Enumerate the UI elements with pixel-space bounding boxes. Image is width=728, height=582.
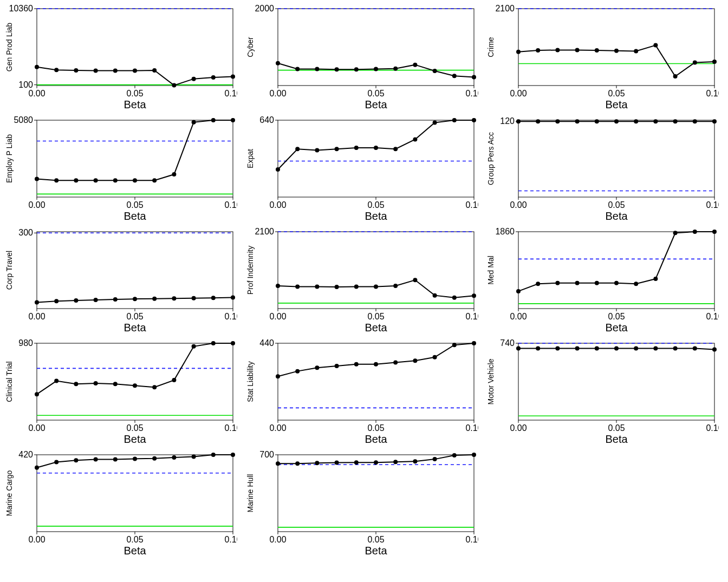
- svg-point-92: [54, 299, 58, 303]
- svg-point-183: [74, 458, 78, 462]
- x-tick-label: 0.10: [224, 200, 237, 210]
- x-tick-label: 0.05: [126, 89, 143, 98]
- panel-gen-prod-liab: 100103600.000.050.10BetaGen Prod Liab: [4, 4, 242, 113]
- svg-point-97: [152, 297, 157, 301]
- y-tick-label: 2100: [255, 227, 274, 236]
- svg-point-159: [432, 355, 437, 359]
- svg-point-196: [276, 461, 280, 466]
- svg-point-6: [152, 68, 157, 73]
- svg-point-7: [172, 83, 176, 88]
- panel-expat: 6400.000.050.10BetaExpat: [245, 116, 483, 224]
- svg-point-184: [94, 457, 98, 461]
- y-axis-label: Med Mal: [486, 256, 495, 285]
- y-axis-label: Prof Indemnity: [246, 246, 255, 295]
- svg-point-188: [172, 455, 176, 460]
- svg-point-69: [432, 120, 437, 125]
- svg-point-47: [54, 178, 58, 182]
- svg-point-35: [595, 48, 599, 53]
- svg-point-173: [654, 346, 658, 351]
- svg-point-33: [556, 48, 560, 52]
- panel-med-mal: 18600.000.050.10BetaMed Mal: [486, 227, 724, 336]
- x-axis-label: Beta: [606, 210, 628, 222]
- svg-point-181: [35, 466, 39, 470]
- svg-point-19: [334, 67, 339, 71]
- x-axis-label: Beta: [365, 322, 387, 333]
- x-tick-label: 0.00: [28, 312, 45, 321]
- svg-point-169: [575, 346, 580, 351]
- x-tick-label: 0.05: [608, 312, 625, 321]
- x-axis-label: Beta: [606, 433, 628, 445]
- svg-point-161: [472, 341, 476, 345]
- plot-frame: [278, 455, 474, 532]
- svg-point-22: [393, 67, 398, 71]
- svg-point-186: [133, 456, 137, 461]
- y-tick-label: 10360: [9, 4, 34, 13]
- svg-point-93: [74, 298, 78, 303]
- svg-point-17: [295, 67, 300, 71]
- svg-point-0: [35, 65, 39, 69]
- plot-frame: [518, 232, 714, 309]
- x-tick-label: 0.00: [510, 89, 527, 98]
- svg-point-201: [374, 460, 378, 465]
- svg-point-65: [354, 146, 358, 150]
- svg-point-200: [354, 460, 358, 465]
- svg-point-136: [35, 392, 39, 396]
- x-tick-label: 0.05: [126, 200, 143, 210]
- svg-point-38: [654, 43, 658, 48]
- svg-point-199: [334, 461, 339, 465]
- svg-point-122: [536, 282, 541, 286]
- svg-point-137: [54, 379, 58, 383]
- svg-point-141: [133, 383, 137, 388]
- y-tick-label: 1860: [496, 227, 515, 236]
- plot-frame: [278, 343, 474, 420]
- svg-point-24: [432, 69, 437, 73]
- svg-point-85: [693, 119, 697, 123]
- x-tick-label: 0.05: [367, 200, 384, 210]
- svg-point-86: [712, 119, 717, 123]
- x-axis-label: Beta: [365, 99, 387, 110]
- svg-point-34: [575, 48, 580, 52]
- x-axis-label: Beta: [123, 99, 146, 110]
- x-tick-label: 0.00: [269, 423, 286, 433]
- plot-frame: [278, 232, 474, 309]
- y-tick-label: 640: [259, 116, 274, 125]
- x-tick-label: 0.10: [224, 535, 237, 544]
- svg-point-142: [152, 385, 157, 389]
- x-tick-label: 0.00: [28, 89, 45, 98]
- y-tick-label: 980: [18, 339, 33, 348]
- y-axis-label: Gen Prod Liab: [5, 23, 14, 71]
- svg-point-116: [472, 293, 476, 298]
- y-axis-label: Crime: [486, 37, 495, 57]
- y-tick-label: 420: [18, 450, 33, 459]
- svg-point-158: [413, 358, 417, 363]
- svg-point-1: [54, 68, 58, 72]
- svg-point-23: [413, 63, 417, 67]
- svg-point-56: [231, 118, 235, 122]
- svg-point-198: [315, 461, 319, 465]
- x-tick-label: 0.00: [269, 200, 286, 210]
- svg-point-100: [211, 296, 216, 300]
- svg-point-205: [452, 453, 456, 457]
- plot-frame: [37, 455, 233, 532]
- x-tick-label: 0.05: [126, 312, 143, 321]
- svg-point-121: [516, 289, 521, 293]
- svg-point-130: [693, 230, 697, 234]
- x-tick-label: 0.05: [608, 423, 625, 433]
- x-axis-label: Beta: [365, 210, 387, 222]
- x-axis-label: Beta: [365, 545, 387, 557]
- svg-point-8: [192, 77, 196, 81]
- y-axis-label: Group Pers Acc: [486, 132, 495, 185]
- svg-point-51: [133, 178, 137, 182]
- svg-point-168: [556, 346, 560, 351]
- x-tick-label: 0.05: [608, 89, 625, 98]
- x-tick-label: 0.00: [28, 200, 45, 210]
- svg-point-66: [374, 146, 378, 150]
- svg-point-62: [295, 147, 300, 151]
- svg-point-197: [295, 461, 300, 466]
- y-tick-label: 700: [259, 450, 274, 459]
- y-axis-label: Employ P Liab: [5, 134, 14, 183]
- x-tick-label: 0.00: [269, 312, 286, 321]
- data-line: [37, 120, 233, 180]
- x-tick-label: 0.00: [28, 535, 45, 544]
- svg-point-36: [614, 49, 619, 53]
